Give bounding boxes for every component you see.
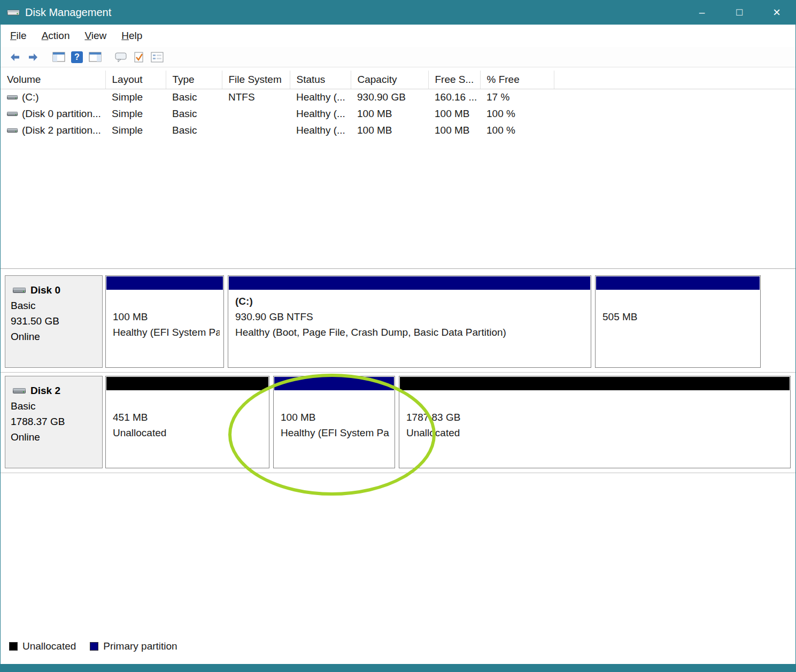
partition-size: 451 MB: [113, 410, 265, 425]
partition-color-bar: [400, 377, 790, 390]
callout-button[interactable]: [112, 49, 130, 66]
partition-color-bar: [274, 377, 394, 390]
partition-color-bar: [106, 377, 268, 390]
col-volume[interactable]: Volume: [1, 71, 105, 89]
volume-table: Volume Layout Type File System Status Ca…: [1, 71, 795, 138]
help-button[interactable]: ?: [68, 49, 86, 66]
legend-label: Unallocated: [22, 640, 76, 652]
show-action-pane-icon: [89, 52, 102, 62]
properties-button[interactable]: [148, 49, 166, 66]
volume-icon: [7, 94, 18, 101]
title-bar: Disk Management – □ ×: [1, 0, 795, 25]
cell-capacity: 930.90 GB: [351, 89, 428, 105]
disk-name: Disk 2: [30, 383, 60, 398]
partition-volume-label: [281, 394, 391, 410]
disk0-info[interactable]: Disk 0 Basic 931.50 GB Online: [5, 275, 103, 368]
window-bottom-border: [1, 664, 795, 672]
properties-icon: [151, 52, 164, 63]
partition-size: 100 MB: [113, 309, 220, 325]
col-file-system[interactable]: File System: [222, 71, 290, 89]
partition-status: Healthy (EFI System Pa: [281, 425, 391, 441]
show-console-tree-icon: [52, 52, 65, 62]
show-action-pane-button[interactable]: [86, 49, 104, 66]
volume-icon: [7, 111, 18, 117]
disk-icon: [13, 387, 26, 395]
partition-disk0-recovery[interactable]: 505 MB: [595, 275, 761, 368]
forward-button[interactable]: [24, 49, 42, 66]
disk-management-window: Disk Management – □ × File Action View H…: [0, 0, 796, 672]
forward-icon: [27, 52, 40, 63]
col-percent-free[interactable]: % Free: [480, 71, 554, 89]
col-status[interactable]: Status: [290, 71, 351, 89]
table-row[interactable]: (Disk 0 partition... Simple Basic Health…: [1, 105, 795, 122]
disk-name: Disk 0: [30, 282, 60, 298]
cell-status: Healthy (...: [290, 122, 351, 138]
partition-status: [602, 325, 756, 340]
menu-bar: File Action View Help: [1, 25, 795, 47]
table-row[interactable]: (Disk 2 partition... Simple Basic Health…: [1, 122, 795, 138]
legend: Unallocated Primary partition: [9, 640, 177, 652]
help-icon: ?: [71, 51, 83, 63]
primary-partition-swatch-icon: [90, 642, 98, 651]
partition-color-bar: [229, 276, 590, 290]
partition-size: 930.90 GB NTFS: [235, 309, 587, 325]
col-capacity[interactable]: Capacity: [351, 71, 428, 89]
disk2-row: Disk 2 Basic 1788.37 GB Online 451 MB Un…: [1, 373, 795, 473]
menu-help[interactable]: Help: [114, 25, 150, 47]
unallocated-swatch-icon: [9, 642, 18, 651]
back-button[interactable]: [6, 49, 24, 66]
disk0-partitions: 100 MB Healthy (EFI System Pa (C:) 930.9…: [105, 275, 791, 368]
menu-view[interactable]: View: [77, 25, 114, 47]
partition-color-bar: [106, 276, 223, 290]
cell-layout: Simple: [105, 122, 166, 138]
partition-disk2-unallocated-2[interactable]: 1787.83 GB Unallocated: [399, 376, 791, 468]
cell-status: Healthy (...: [290, 105, 351, 122]
disk-size: 1788.37 GB: [11, 414, 102, 429]
partition-status: Unallocated: [113, 425, 265, 441]
cell-percent-free: 100 %: [480, 122, 554, 138]
table-header-row: Volume Layout Type File System Status Ca…: [1, 71, 795, 89]
checklist-icon: [133, 51, 145, 63]
checklist-button[interactable]: [130, 49, 148, 66]
toolbar: ?: [1, 47, 795, 67]
minimize-button[interactable]: –: [683, 0, 721, 25]
col-layout[interactable]: Layout: [105, 71, 166, 89]
close-button[interactable]: ×: [758, 0, 795, 25]
legend-unallocated: Unallocated: [9, 640, 76, 652]
partition-color-bar: [596, 276, 760, 290]
partition-volume-label: [406, 394, 786, 410]
graphical-view: Disk 0 Basic 931.50 GB Online 100 MB Hea…: [1, 269, 795, 473]
disk-size: 931.50 GB: [11, 313, 102, 329]
disk2-partitions: 451 MB Unallocated 100 MB Healthy (EFI S…: [105, 376, 791, 468]
cell-capacity: 100 MB: [351, 122, 428, 138]
back-icon: [9, 52, 21, 63]
show-console-tree-button[interactable]: [50, 49, 68, 66]
maximize-button[interactable]: □: [721, 0, 758, 25]
partition-disk2-efi[interactable]: 100 MB Healthy (EFI System Pa: [273, 376, 395, 468]
disk-icon: [13, 286, 26, 294]
cell-percent-free: 17 %: [480, 89, 554, 105]
volume-name: (C:): [22, 91, 39, 103]
legend-label: Primary partition: [103, 640, 177, 652]
partition-disk0-c[interactable]: (C:) 930.90 GB NTFS Healthy (Boot, Page …: [228, 275, 591, 368]
menu-action[interactable]: Action: [34, 25, 78, 47]
disk-status: Online: [11, 329, 102, 344]
col-type[interactable]: Type: [166, 71, 222, 89]
cell-file-system: [222, 105, 290, 122]
cell-type: Basic: [166, 89, 222, 105]
table-row[interactable]: (C:) Simple Basic NTFS Healthy (... 930.…: [1, 89, 795, 105]
partition-size: 100 MB: [281, 410, 391, 425]
partition-disk0-efi[interactable]: 100 MB Healthy (EFI System Pa: [105, 275, 224, 368]
disk2-info[interactable]: Disk 2 Basic 1788.37 GB Online: [5, 376, 103, 468]
partition-volume-label: [602, 293, 756, 309]
menu-file[interactable]: File: [3, 25, 34, 47]
volume-icon: [7, 127, 18, 134]
cell-free-space: 160.16 ...: [428, 89, 480, 105]
callout-icon: [114, 52, 127, 63]
col-free-space[interactable]: Free S...: [428, 71, 480, 89]
cell-layout: Simple: [105, 89, 166, 105]
legend-primary-partition: Primary partition: [90, 640, 177, 652]
app-icon: [7, 7, 20, 17]
partition-disk2-unallocated-1[interactable]: 451 MB Unallocated: [105, 376, 269, 468]
partition-status: Unallocated: [406, 425, 786, 441]
